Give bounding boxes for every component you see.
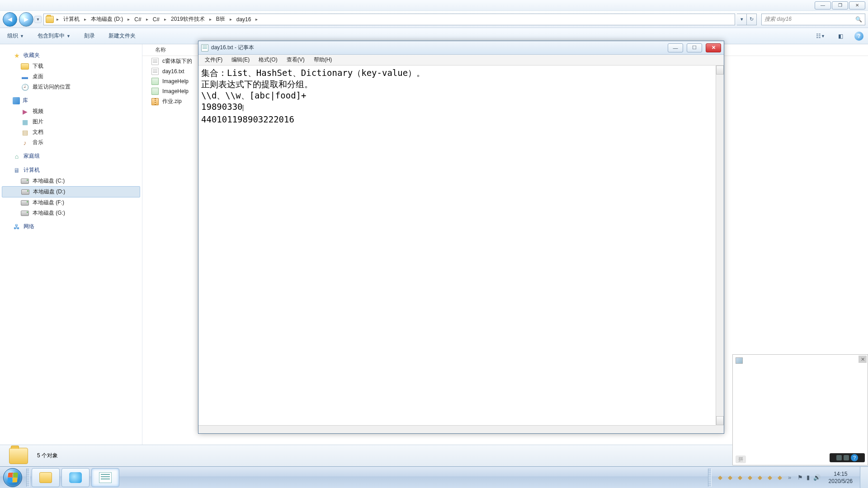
notepad-titlebar[interactable]: day16.txt - 记事本 — ☐ ✕ — [198, 41, 724, 55]
nav-back-button[interactable]: ◄ — [3, 12, 17, 27]
popup-panel: ✕ 拼 ? — [732, 354, 868, 465]
search-placeholder: 搜索 day16 — [764, 15, 792, 23]
notepad-window: day16.txt - 记事本 — ☐ ✕ 文件(F) 编辑(E) 格式(O) … — [198, 41, 724, 434]
new-folder-button[interactable]: 新建文件夹 — [106, 30, 138, 42]
sidebar-item-videos[interactable]: ▶视频 — [0, 106, 142, 117]
organize-button[interactable]: 组织▼ — [5, 30, 27, 42]
sidebar-item-pictures[interactable]: ▦图片 — [0, 117, 142, 127]
notepad-menubar: 文件(F) 编辑(E) 格式(O) 查看(V) 帮助(H) — [198, 55, 724, 66]
tray-icon[interactable]: ◆ — [767, 474, 773, 481]
sidebar-group-favorites[interactable]: ★收藏夹 — [0, 50, 142, 61]
folder-icon — [39, 472, 52, 483]
notepad-maximize-button[interactable]: ☐ — [687, 43, 702, 52]
horizontal-scrollbar[interactable] — [198, 425, 716, 433]
breadcrumb[interactable]: C# — [151, 15, 161, 23]
tray-icon[interactable]: ◆ — [747, 474, 753, 481]
address-bar[interactable]: ▸ 计算机▸ 本地磁盘 (D:)▸ C#▸ C#▸ 2019软件技术▸ B班▸ … — [43, 14, 735, 25]
notepad-icon — [201, 44, 208, 52]
explorer-maximize-button[interactable]: ❐ — [832, 1, 848, 9]
notepad-icon — [99, 472, 112, 483]
tray-icon[interactable]: ◆ — [757, 474, 763, 481]
preview-pane-button[interactable]: ◧ — [835, 31, 846, 41]
taskbar: ◆◆◆◆◆◆◆» ⚑ ▮ 🔊 14:15 2020/5/26 — [0, 466, 868, 488]
zip-file-icon — [151, 98, 159, 105]
sidebar-item-desktop[interactable]: ▬桌面 — [0, 71, 142, 82]
notepad-close-button[interactable]: ✕ — [706, 43, 721, 52]
search-icon: 🔍 — [855, 16, 862, 23]
taskbar-item-app[interactable] — [61, 468, 90, 487]
taskbar-item-notepad[interactable] — [91, 468, 119, 487]
menu-format[interactable]: 格式(O) — [254, 55, 282, 65]
start-button[interactable] — [0, 467, 25, 488]
tray-icons-grid: ◆◆◆◆◆◆◆» — [717, 474, 793, 481]
notepad-body: 集合：List、HashSet、Dictionary（key-value）。 正… — [198, 66, 724, 433]
sidebar-item-recent[interactable]: 🕘最近访问的位置 — [0, 82, 142, 92]
breadcrumb[interactable]: C# — [132, 15, 143, 23]
status-text: 5 个对象 — [37, 452, 58, 460]
sidebar-group-computer[interactable]: 🖥计算机 — [0, 164, 142, 176]
system-icons: ⚑ ▮ 🔊 — [797, 474, 821, 481]
menu-help[interactable]: 帮助(H) — [309, 55, 337, 65]
volume-icon[interactable]: 🔊 — [813, 474, 821, 481]
sidebar-item-downloads[interactable]: 下载 — [0, 61, 142, 71]
notepad-minimize-button[interactable]: — — [668, 43, 683, 52]
help-button[interactable]: ? — [854, 32, 863, 41]
tray-icon[interactable]: ◆ — [727, 474, 733, 481]
menu-edit[interactable]: 编辑(E) — [227, 55, 254, 65]
burn-button[interactable]: 刻录 — [81, 30, 98, 42]
search-input[interactable]: 搜索 day16 🔍 — [761, 14, 865, 25]
sidebar-group-homegroup[interactable]: ⌂家庭组 — [0, 150, 142, 162]
battery-icon[interactable]: ▮ — [807, 474, 810, 481]
notepad-text-area[interactable]: 集合：List、HashSet、Dictionary（key-value）。 正… — [198, 66, 716, 425]
sidebar-group-libraries[interactable]: 库 — [0, 95, 142, 106]
broken-image-icon — [736, 357, 743, 364]
tray-overflow-icon[interactable]: » — [787, 474, 793, 481]
taskbar-clock[interactable]: 14:15 2020/5/26 — [825, 470, 856, 485]
taskbar-separator — [708, 469, 712, 487]
explorer-minimize-button[interactable]: — — [815, 1, 831, 9]
text-file-icon — [151, 58, 159, 65]
tray-icon[interactable]: ◆ — [737, 474, 743, 481]
popup-badge[interactable]: ? — [830, 453, 865, 462]
system-tray: ◆◆◆◆◆◆◆» ⚑ ▮ 🔊 14:15 2020/5/26 — [703, 469, 860, 487]
popup-close-button[interactable]: ✕ — [859, 356, 867, 363]
menu-file[interactable]: 文件(F) — [200, 55, 227, 65]
breadcrumb[interactable]: 2019软件技术 — [169, 14, 207, 24]
sidebar-item-drive-f[interactable]: 本地磁盘 (F:) — [0, 197, 142, 208]
clock-date: 2020/5/26 — [829, 478, 853, 485]
sidebar-group-network[interactable]: 🖧网络 — [0, 221, 142, 232]
folder-icon — [46, 16, 54, 23]
breadcrumb[interactable]: 计算机 — [61, 14, 81, 24]
view-options-button[interactable]: ☷ ▼ — [815, 31, 826, 41]
notepad-title: day16.txt - 记事本 — [211, 44, 664, 52]
show-desktop-button[interactable] — [860, 467, 868, 488]
breadcrumb[interactable]: day16 — [235, 15, 253, 23]
nav-history-dropdown[interactable]: ▼ — [34, 16, 42, 23]
address-refresh-button[interactable]: ↻ — [747, 14, 757, 25]
taskbar-separator — [26, 469, 30, 487]
menu-view[interactable]: 查看(V) — [282, 55, 309, 65]
nav-forward-button[interactable]: ► — [19, 12, 33, 27]
flag-icon[interactable]: ⚑ — [797, 474, 803, 481]
taskbar-item-explorer[interactable] — [32, 468, 60, 487]
sidebar-item-drive-d[interactable]: 本地磁盘 (D:) — [2, 186, 140, 197]
vertical-scrollbar[interactable] — [716, 66, 724, 425]
sidebar-item-documents[interactable]: ▤文档 — [0, 127, 142, 137]
cs-file-icon — [151, 78, 159, 85]
tray-icon[interactable]: ◆ — [717, 474, 723, 481]
clock-time: 14:15 — [829, 470, 853, 478]
breadcrumb[interactable]: B班 — [214, 14, 227, 24]
explorer-sidebar: ★收藏夹 下载 ▬桌面 🕘最近访问的位置 库 ▶视频 ▦图片 ▤文档 ♪音乐 ⌂… — [0, 44, 142, 445]
folder-icon — [9, 448, 28, 464]
breadcrumb[interactable]: 本地磁盘 (D:) — [89, 14, 125, 24]
explorer-close-button[interactable]: ✕ — [849, 1, 865, 9]
sidebar-item-drive-c[interactable]: 本地磁盘 (C:) — [0, 176, 142, 186]
sidebar-item-drive-g[interactable]: 本地磁盘 (G:) — [0, 208, 142, 218]
include-in-library-button[interactable]: 包含到库中▼ — [35, 30, 73, 42]
app-icon — [69, 472, 82, 483]
sidebar-item-music[interactable]: ♪音乐 — [0, 137, 142, 148]
explorer-titlebar[interactable]: — ❐ ✕ — [0, 0, 868, 11]
address-dropdown-button[interactable]: ▾ — [737, 14, 747, 25]
tray-icon[interactable]: ◆ — [777, 474, 783, 481]
windows-orb-icon — [3, 468, 22, 487]
